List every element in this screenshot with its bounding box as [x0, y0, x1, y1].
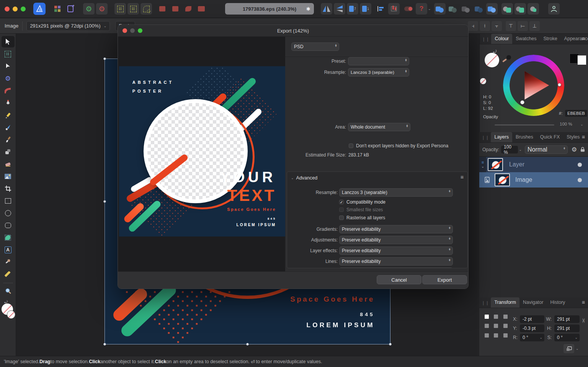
- layer-expand-chevron-icon[interactable]: ⌄: [481, 165, 484, 168]
- clip-icon[interactable]: [183, 3, 194, 15]
- selection-brush-tool[interactable]: [2, 48, 15, 60]
- tab-stroke[interactable]: Stroke: [540, 34, 560, 44]
- assistant-chevron-icon[interactable]: ⌄: [428, 7, 431, 11]
- dont-export-checkbox[interactable]: [349, 144, 353, 148]
- chevron-down-icon[interactable]: ⌄: [539, 336, 542, 339]
- area-dropdown[interactable]: Whole document ▲▼: [348, 123, 410, 131]
- layer-settings-gear-icon[interactable]: ⚙: [572, 146, 577, 153]
- selection-add-icon[interactable]: [127, 3, 139, 15]
- persona-photo-icon[interactable]: [52, 3, 63, 15]
- adjustments-dropdown[interactable]: Preserve editability ▲▼: [339, 236, 453, 244]
- align-center-h-icon[interactable]: ⟊: [480, 21, 490, 31]
- layer-row-layer[interactable]: ≡ ⌄ Layer: [479, 157, 588, 172]
- selection-handle[interactable]: [246, 343, 249, 346]
- hex-input[interactable]: EBEBEB: [565, 110, 587, 117]
- colour-picker-tool[interactable]: [2, 256, 15, 268]
- transform-mode-chevron-icon[interactable]: ⌄: [576, 347, 579, 351]
- w-input[interactable]: 291 pt: [554, 315, 580, 323]
- layer-row-image[interactable]: Image: [479, 172, 588, 188]
- toggle-icon[interactable]: [403, 3, 414, 15]
- flip-vertical-icon[interactable]: [334, 3, 345, 15]
- fill-stroke-swatches[interactable]: ⤾: [2, 303, 15, 320]
- align-right-edge-icon[interactable]: ⫟: [492, 21, 502, 31]
- text-tool[interactable]: A: [2, 244, 15, 256]
- selection-shape-icon[interactable]: [140, 3, 152, 15]
- tab-colour[interactable]: Colour: [491, 34, 512, 44]
- cancel-button[interactable]: Cancel: [377, 275, 421, 284]
- resample-dropdown[interactable]: Lanczos 3 (separable) ▲▼: [348, 68, 409, 77]
- boolean-intersect-icon[interactable]: [460, 3, 472, 15]
- shape-tool[interactable]: [2, 232, 15, 243]
- panel-grip-icon[interactable]: ❘❘: [479, 300, 491, 308]
- link-dimensions-icon[interactable]: ⫘: [581, 318, 587, 323]
- fill-colour-well[interactable]: [485, 53, 499, 67]
- tab-navigator[interactable]: Navigator: [519, 297, 547, 308]
- rotate-ccw-icon[interactable]: ⤴: [347, 3, 358, 15]
- tone-mapping-persona-icon[interactable]: ⚙: [96, 3, 108, 15]
- tab-history[interactable]: History: [547, 297, 568, 308]
- place-image-tool[interactable]: [2, 171, 15, 182]
- develop-persona-icon[interactable]: ⚙: [83, 3, 95, 15]
- layers-opacity-input[interactable]: 100 %: [501, 146, 518, 153]
- gradients-dropdown[interactable]: Preserve editability ▲▼: [339, 225, 453, 233]
- advanced-collapse-icon[interactable]: ⌄: [291, 176, 294, 180]
- blend-mode-dropdown[interactable]: Normal ▲▼: [525, 145, 568, 154]
- rounded-rectangle-tool[interactable]: [2, 220, 15, 231]
- persona-move-icon[interactable]: ↗: [65, 3, 76, 15]
- dialog-close-button[interactable]: [122, 28, 127, 33]
- zoom-tool[interactable]: [2, 285, 15, 297]
- opacity-slider[interactable]: [495, 124, 554, 126]
- anchor-point-selector[interactable]: [485, 315, 509, 339]
- erase-tool[interactable]: [2, 158, 15, 170]
- tab-layers[interactable]: Layers: [491, 132, 512, 142]
- image-layer-name[interactable]: Image: [515, 176, 532, 183]
- layer-visibility-toggle[interactable]: [578, 163, 582, 167]
- h-input[interactable]: 291 pt: [554, 325, 580, 332]
- geometry-front-icon[interactable]: [501, 3, 513, 15]
- layer-name[interactable]: Layer: [509, 161, 524, 168]
- align-top-icon[interactable]: ⊤: [506, 21, 516, 31]
- tab-styles[interactable]: Styles: [563, 132, 583, 142]
- image-size-dropdown[interactable]: 291x291 pixels @ 72dpi (100%) ⌄: [26, 21, 110, 31]
- compatibility-mode-checkbox[interactable]: ✓: [339, 200, 344, 204]
- rotate-right-icon[interactable]: [170, 3, 181, 15]
- stroke-colour-well[interactable]: [480, 78, 486, 84]
- document-title[interactable]: 17973836.eps (240.3%) ✱: [225, 3, 314, 15]
- geometry-mid-icon[interactable]: [514, 3, 526, 15]
- image-layer-thumbnail[interactable]: [495, 173, 510, 186]
- selection-handle[interactable]: [103, 57, 106, 60]
- hue-marker[interactable]: [558, 83, 561, 86]
- pen-tool[interactable]: [2, 97, 15, 109]
- preset-dropdown[interactable]: ▲▼: [348, 57, 409, 65]
- paint-brush-tool[interactable]: [2, 134, 15, 145]
- selection-handle[interactable]: [389, 343, 392, 346]
- flip-horizontal-icon[interactable]: [321, 3, 332, 15]
- dialog-zoom-button[interactable]: [138, 28, 142, 33]
- boolean-divide-icon[interactable]: [486, 3, 498, 15]
- colour-marker[interactable]: [520, 100, 524, 104]
- ruler-tool[interactable]: [2, 269, 15, 280]
- selection-handle[interactable]: [103, 343, 106, 346]
- crop-tool[interactable]: [2, 183, 15, 194]
- lock-icon[interactable]: [580, 147, 585, 152]
- layer-effects-dropdown[interactable]: Preserve editability ▲▼: [339, 246, 453, 255]
- boolean-add-icon[interactable]: [434, 3, 446, 15]
- snap-grid-icon[interactable]: [388, 3, 400, 15]
- layer-menu-icon[interactable]: ≡: [482, 161, 484, 165]
- boolean-xor-icon[interactable]: [473, 3, 485, 15]
- format-dropdown[interactable]: PSD ▲▼: [291, 42, 339, 51]
- selection-new-icon[interactable]: [114, 3, 126, 15]
- boolean-subtract-icon[interactable]: [447, 3, 459, 15]
- opacity-chevron-icon[interactable]: ⌄: [519, 148, 522, 152]
- rotate-left-icon[interactable]: [157, 3, 168, 15]
- lines-dropdown[interactable]: Preserve editability ▲▼: [339, 257, 453, 266]
- panel-grip-icon[interactable]: ❘❘: [480, 37, 491, 44]
- transform-mode-button[interactable]: [564, 344, 574, 353]
- mask-red-icon[interactable]: [196, 3, 207, 15]
- layers-panel-menu-icon[interactable]: ≡: [582, 134, 585, 140]
- minimize-button[interactable]: [13, 7, 18, 11]
- white-swatch[interactable]: [577, 55, 586, 65]
- advanced-resample-dropdown[interactable]: Lanczos 3 (separable) ▲▼: [339, 188, 453, 197]
- account-icon[interactable]: [548, 3, 560, 15]
- align-middle-v-icon[interactable]: ⟝: [518, 21, 528, 31]
